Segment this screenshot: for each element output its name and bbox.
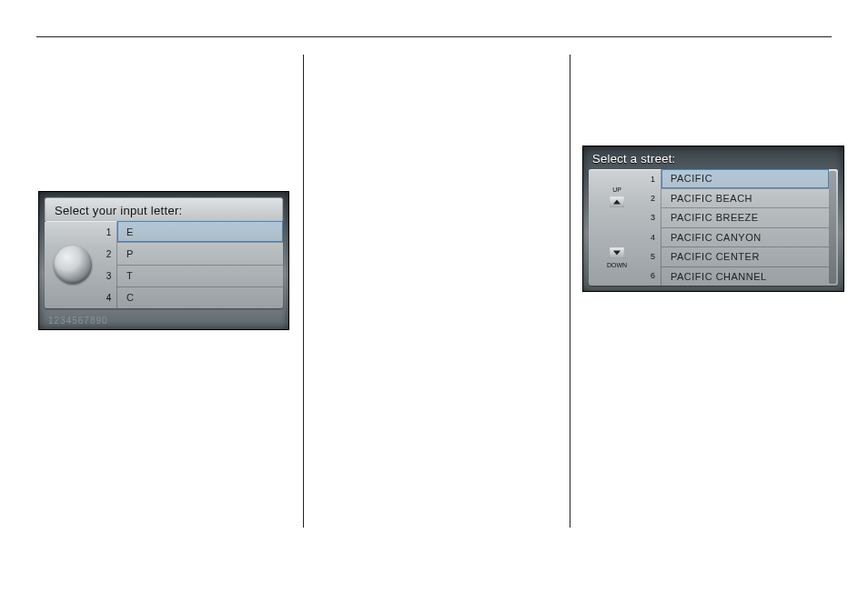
horizontal-rule (36, 36, 832, 37)
row-number: 1 (645, 169, 661, 188)
knob-area (45, 221, 101, 308)
row-number: 1 (101, 221, 117, 243)
scroll-controls: UP DOWN (589, 169, 645, 286)
column-divider-2 (570, 55, 570, 528)
letter-list: E P T C (117, 221, 283, 308)
list-item[interactable]: T (117, 265, 283, 286)
list-item[interactable]: C (117, 286, 283, 308)
rotary-knob-icon[interactable] (54, 246, 92, 284)
street-list: PACIFIC PACIFIC BEACH PACIFIC BREEZE PAC… (661, 169, 829, 286)
row-number: 3 (101, 265, 117, 286)
down-label: DOWN (607, 262, 627, 268)
nav-screen-input-letter: Select your input letter: 1 2 3 4 E P T … (38, 191, 289, 330)
row-number: 4 (101, 286, 117, 308)
panel-body: UP DOWN 1 2 3 4 5 6 PACIFIC PACIFIC BEAC… (589, 169, 838, 286)
down-arrow-icon[interactable] (610, 247, 624, 258)
column-divider-1 (303, 55, 304, 528)
row-number: 5 (645, 246, 661, 266)
nav-screen-select-street: Select a street: UP DOWN 1 2 3 4 5 6 PAC… (582, 146, 844, 292)
row-numbers: 1 2 3 4 5 6 (645, 169, 661, 286)
scrollbar[interactable] (829, 171, 836, 284)
list-item[interactable]: E (117, 221, 283, 242)
list-item[interactable]: PACIFIC (661, 169, 829, 188)
list-item[interactable]: PACIFIC CENTER (661, 246, 829, 266)
row-number: 6 (645, 266, 661, 286)
panel-title: Select a street: (583, 146, 843, 169)
keypad-footer: 1234567890 (39, 314, 288, 329)
row-number: 2 (645, 188, 661, 207)
list-item[interactable]: PACIFIC CHANNEL (661, 266, 829, 286)
panel-body: 1 2 3 4 E P T C (45, 221, 283, 308)
panel-title: Select your input letter: (45, 197, 283, 221)
row-numbers: 1 2 3 4 (101, 221, 117, 308)
up-label: UP (612, 186, 621, 193)
list-item[interactable]: PACIFIC CANYON (661, 227, 829, 247)
list-item[interactable]: PACIFIC BREEZE (661, 207, 829, 227)
list-item[interactable]: PACIFIC BEACH (661, 188, 829, 208)
row-number: 4 (645, 227, 661, 246)
up-arrow-icon[interactable] (610, 196, 624, 207)
row-number: 2 (101, 243, 117, 265)
list-item[interactable]: P (117, 242, 283, 264)
row-number: 3 (645, 208, 661, 227)
